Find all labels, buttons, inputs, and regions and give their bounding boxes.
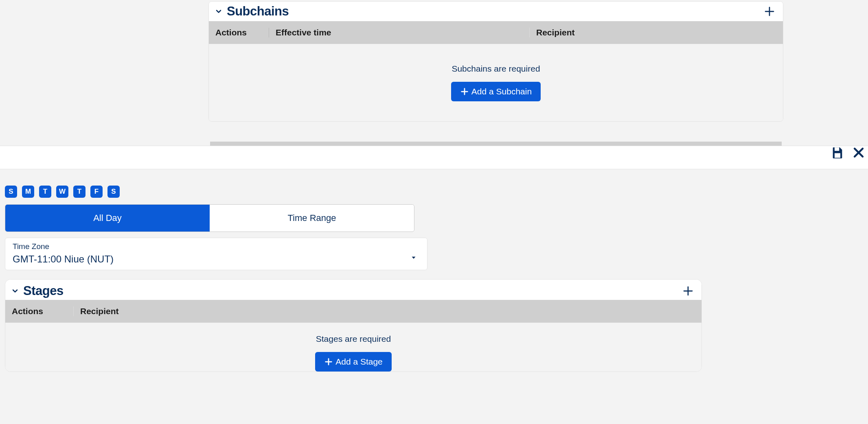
subchains-table-header: Actions Effective time Recipient bbox=[209, 21, 783, 44]
add-stage-button[interactable]: Add a Stage bbox=[315, 352, 392, 372]
caret-down-icon bbox=[410, 254, 417, 261]
day-thu[interactable]: T bbox=[73, 186, 85, 198]
subchains-col-effective: Effective time bbox=[269, 28, 530, 37]
stages-title: Stages bbox=[23, 284, 64, 298]
timezone-value: GMT-11:00 Niue (NUT) bbox=[13, 254, 420, 265]
day-sat[interactable]: S bbox=[107, 186, 120, 198]
stages-col-recipient: Recipient bbox=[74, 306, 701, 316]
svg-rect-1 bbox=[835, 153, 840, 157]
subchains-col-actions: Actions bbox=[209, 28, 269, 37]
stages-card: Stages Actions Recipient Stages are requ… bbox=[5, 279, 702, 372]
toolbar bbox=[0, 146, 868, 169]
day-mon[interactable]: M bbox=[22, 186, 34, 198]
add-subchain-icon[interactable] bbox=[763, 5, 776, 17]
lower-section: S M T W T F S All Day Time Range Time Zo… bbox=[0, 169, 868, 372]
subchains-body: Subchains are required Add a Subchain bbox=[209, 44, 783, 121]
all-day-tab[interactable]: All Day bbox=[5, 205, 210, 232]
chevron-down-icon[interactable] bbox=[215, 7, 223, 15]
day-tue[interactable]: T bbox=[39, 186, 51, 198]
subchains-col-recipient: Recipient bbox=[530, 28, 783, 37]
save-icon[interactable] bbox=[831, 146, 844, 160]
svg-rect-0 bbox=[835, 147, 839, 151]
stages-table-header: Actions Recipient bbox=[5, 300, 701, 323]
day-sun[interactable]: S bbox=[5, 186, 17, 198]
timezone-select[interactable]: Time Zone GMT-11:00 Niue (NUT) bbox=[5, 238, 427, 270]
add-subchain-button[interactable]: Add a Subchain bbox=[451, 82, 541, 101]
timezone-label: Time Zone bbox=[13, 242, 420, 251]
add-subchain-label: Add a Subchain bbox=[471, 87, 532, 96]
days-of-week: S M T W T F S bbox=[5, 186, 863, 198]
plus-icon bbox=[460, 87, 469, 96]
subchains-card: Subchains Actions Effective time Recipie… bbox=[208, 1, 783, 122]
stages-header: Stages bbox=[5, 280, 701, 300]
day-wed[interactable]: W bbox=[56, 186, 68, 198]
stages-col-actions: Actions bbox=[5, 306, 74, 316]
subchains-title: Subchains bbox=[227, 4, 289, 19]
chevron-down-icon[interactable] bbox=[11, 287, 19, 295]
plus-icon bbox=[324, 357, 333, 366]
day-fri[interactable]: F bbox=[90, 186, 103, 198]
subchains-header: Subchains bbox=[209, 2, 783, 21]
subchains-required-text: Subchains are required bbox=[452, 64, 540, 74]
add-stage-icon[interactable] bbox=[682, 285, 694, 297]
stages-body: Stages are required Add a Stage bbox=[5, 323, 701, 372]
time-range-tab[interactable]: Time Range bbox=[210, 205, 414, 232]
add-stage-label: Add a Stage bbox=[335, 357, 383, 367]
time-mode-toggle: All Day Time Range bbox=[5, 204, 414, 232]
stages-required-text: Stages are required bbox=[316, 334, 391, 344]
close-icon[interactable] bbox=[852, 146, 866, 160]
